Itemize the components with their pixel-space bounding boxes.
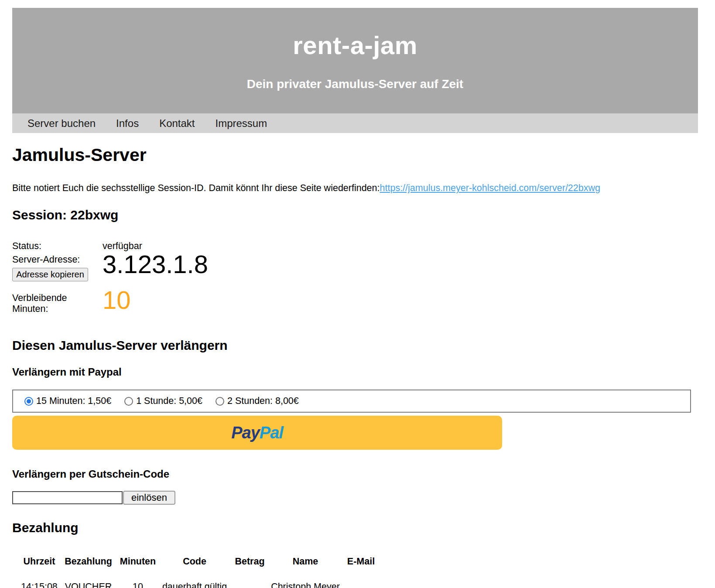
cell-code: dauerhaft gültig	[160, 581, 229, 588]
paypal-logo-pay: Pay	[231, 424, 260, 442]
option-2-stunden-label: 2 Stunden: 8,00€	[227, 396, 299, 407]
option-1-stunde-label: 1 Stunde: 5,00€	[136, 396, 202, 407]
main-nav: Server buchen Infos Kontakt Impressum	[12, 113, 698, 133]
site-subtitle: Dein privater Jamulus-Server auf Zeit	[12, 60, 698, 91]
option-15-minuten[interactable]: 15 Minuten: 1,50€	[24, 396, 111, 407]
cell-email	[340, 581, 382, 588]
voucher-section-heading: Verlängern per Gutschein-Code	[12, 450, 698, 480]
remaining-minutes-label: Verbleibende Minuten:	[12, 281, 103, 315]
server-address-value: 3.123.1.8	[103, 252, 698, 277]
duration-options-box: 15 Minuten: 1,50€ 1 Stunde: 5,00€ 2 Stun…	[12, 390, 691, 413]
radio-15-minuten-icon[interactable]	[24, 397, 33, 406]
page-title: Jamulus-Server	[12, 133, 698, 165]
server-info: Status: verfügbar Server-Adresse: Adress…	[12, 238, 698, 315]
cell-betrag	[229, 581, 270, 588]
payment-table: Uhrzeit Bezahlung Minuten Code Betrag Na…	[17, 556, 382, 588]
session-heading: Session: 22bxwg	[12, 194, 698, 222]
voucher-form: einlösen	[12, 491, 698, 505]
site-title: rent-a-jam	[12, 8, 698, 60]
nav-item-impressum[interactable]: Impressum	[216, 117, 267, 130]
server-address-cell: Server-Adresse: Adresse kopieren	[12, 252, 103, 281]
payment-table-header-row: Uhrzeit Bezahlung Minuten Code Betrag Na…	[17, 556, 382, 581]
page: rent-a-jam Dein privater Jamulus-Server …	[0, 8, 715, 588]
status-label: Status:	[12, 238, 103, 252]
column-header-uhrzeit: Uhrzeit	[17, 556, 61, 581]
paypal-logo-pal: Pal	[260, 424, 283, 442]
column-header-betrag: Betrag	[229, 556, 270, 581]
nav-item-server-buchen[interactable]: Server buchen	[27, 117, 96, 130]
nav-item-infos[interactable]: Infos	[116, 117, 139, 130]
radio-1-stunde-icon[interactable]	[124, 397, 133, 406]
paypal-section-heading: Verlängern mit Paypal	[12, 353, 698, 378]
cell-name: Christoph Meyer	[270, 581, 340, 588]
column-header-code: Code	[160, 556, 229, 581]
copy-address-button[interactable]: Adresse kopieren	[12, 268, 88, 281]
nav-item-kontakt[interactable]: Kontakt	[159, 117, 195, 130]
server-address-label: Server-Adresse:	[12, 252, 103, 265]
session-note-text: Bitte notiert Euch die sechsstellige Ses…	[12, 183, 380, 193]
cell-bezahlung: VOUCHER	[61, 581, 116, 588]
column-header-minuten: Minuten	[116, 556, 160, 581]
site-header: rent-a-jam Dein privater Jamulus-Server …	[12, 8, 698, 113]
paypal-button[interactable]: PayPal	[12, 416, 502, 450]
paypal-logo: PayPal	[231, 424, 283, 442]
column-header-name: Name	[270, 556, 340, 581]
option-2-stunden[interactable]: 2 Stunden: 8,00€	[216, 396, 299, 407]
radio-2-stunden-icon[interactable]	[216, 397, 224, 406]
main-content: Jamulus-Server Bitte notiert Euch die se…	[12, 133, 698, 588]
voucher-code-input[interactable]	[12, 491, 123, 504]
column-header-bezahlung: Bezahlung	[61, 556, 116, 581]
cell-uhrzeit: 14:15:08	[17, 581, 61, 588]
column-header-email: E-Mail	[340, 556, 382, 581]
cell-minuten: 10	[116, 581, 160, 588]
payment-heading: Bezahlung	[12, 505, 698, 535]
remaining-minutes-value: 10	[103, 281, 698, 313]
option-15-minuten-label: 15 Minuten: 1,50€	[36, 396, 111, 407]
session-note: Bitte notiert Euch die sechsstellige Ses…	[12, 165, 698, 194]
extend-heading: Diesen Jamulus-Server verlängern	[12, 315, 698, 353]
session-link[interactable]: https://jamulus.meyer-kohlscheid.com/ser…	[380, 183, 600, 193]
redeem-button[interactable]: einlösen	[123, 491, 175, 505]
payment-table-row: 14:15:08 VOUCHER 10 dauerhaft gültig Chr…	[17, 581, 382, 588]
option-1-stunde[interactable]: 1 Stunde: 5,00€	[124, 396, 202, 407]
